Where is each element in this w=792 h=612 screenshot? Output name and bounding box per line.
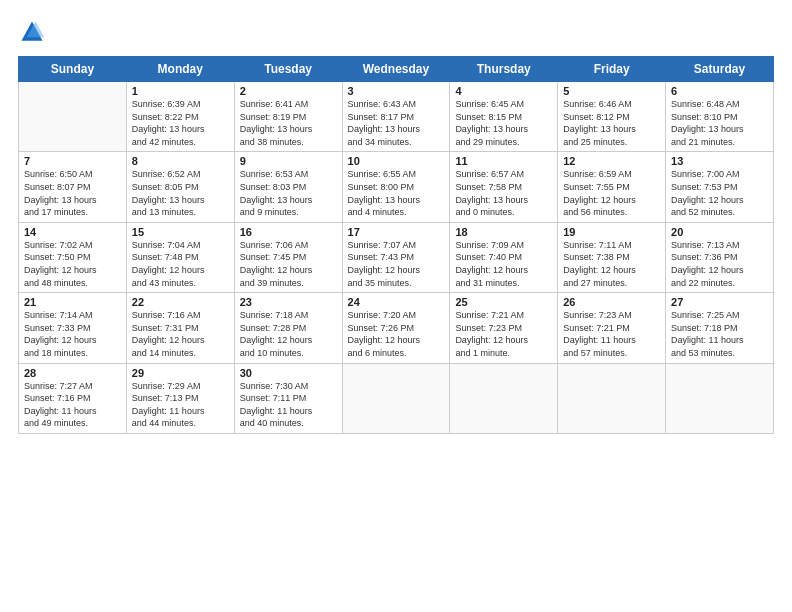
calendar-cell: 28Sunrise: 7:27 AMSunset: 7:16 PMDayligh… bbox=[19, 363, 127, 433]
calendar-cell: 25Sunrise: 7:21 AMSunset: 7:23 PMDayligh… bbox=[450, 293, 558, 363]
day-number: 25 bbox=[455, 296, 552, 308]
day-info: Sunrise: 7:25 AMSunset: 7:18 PMDaylight:… bbox=[671, 309, 768, 359]
calendar-cell bbox=[450, 363, 558, 433]
logo-icon bbox=[18, 18, 46, 46]
calendar-cell: 26Sunrise: 7:23 AMSunset: 7:21 PMDayligh… bbox=[558, 293, 666, 363]
calendar-cell bbox=[558, 363, 666, 433]
day-number: 2 bbox=[240, 85, 337, 97]
day-info: Sunrise: 7:13 AMSunset: 7:36 PMDaylight:… bbox=[671, 239, 768, 289]
calendar-cell bbox=[342, 363, 450, 433]
day-number: 10 bbox=[348, 155, 445, 167]
day-number: 27 bbox=[671, 296, 768, 308]
day-number: 12 bbox=[563, 155, 660, 167]
day-info: Sunrise: 7:30 AMSunset: 7:11 PMDaylight:… bbox=[240, 380, 337, 430]
day-info: Sunrise: 6:52 AMSunset: 8:05 PMDaylight:… bbox=[132, 168, 229, 218]
calendar-day-header: Thursday bbox=[450, 57, 558, 82]
day-info: Sunrise: 6:55 AMSunset: 8:00 PMDaylight:… bbox=[348, 168, 445, 218]
day-info: Sunrise: 7:02 AMSunset: 7:50 PMDaylight:… bbox=[24, 239, 121, 289]
calendar-cell: 7Sunrise: 6:50 AMSunset: 8:07 PMDaylight… bbox=[19, 152, 127, 222]
calendar-week-row: 14Sunrise: 7:02 AMSunset: 7:50 PMDayligh… bbox=[19, 222, 774, 292]
calendar-week-row: 1Sunrise: 6:39 AMSunset: 8:22 PMDaylight… bbox=[19, 82, 774, 152]
calendar-day-header: Sunday bbox=[19, 57, 127, 82]
day-number: 14 bbox=[24, 226, 121, 238]
calendar-cell bbox=[666, 363, 774, 433]
day-number: 26 bbox=[563, 296, 660, 308]
day-info: Sunrise: 6:46 AMSunset: 8:12 PMDaylight:… bbox=[563, 98, 660, 148]
day-info: Sunrise: 7:21 AMSunset: 7:23 PMDaylight:… bbox=[455, 309, 552, 359]
day-info: Sunrise: 6:48 AMSunset: 8:10 PMDaylight:… bbox=[671, 98, 768, 148]
day-number: 24 bbox=[348, 296, 445, 308]
day-number: 6 bbox=[671, 85, 768, 97]
day-number: 29 bbox=[132, 367, 229, 379]
header bbox=[18, 18, 774, 46]
day-info: Sunrise: 7:11 AMSunset: 7:38 PMDaylight:… bbox=[563, 239, 660, 289]
day-number: 5 bbox=[563, 85, 660, 97]
day-number: 16 bbox=[240, 226, 337, 238]
day-number: 13 bbox=[671, 155, 768, 167]
day-info: Sunrise: 7:09 AMSunset: 7:40 PMDaylight:… bbox=[455, 239, 552, 289]
day-info: Sunrise: 7:07 AMSunset: 7:43 PMDaylight:… bbox=[348, 239, 445, 289]
day-number: 28 bbox=[24, 367, 121, 379]
day-info: Sunrise: 7:29 AMSunset: 7:13 PMDaylight:… bbox=[132, 380, 229, 430]
calendar-cell: 19Sunrise: 7:11 AMSunset: 7:38 PMDayligh… bbox=[558, 222, 666, 292]
calendar-day-header: Tuesday bbox=[234, 57, 342, 82]
calendar-cell: 24Sunrise: 7:20 AMSunset: 7:26 PMDayligh… bbox=[342, 293, 450, 363]
day-info: Sunrise: 7:16 AMSunset: 7:31 PMDaylight:… bbox=[132, 309, 229, 359]
calendar-cell bbox=[19, 82, 127, 152]
calendar-cell: 8Sunrise: 6:52 AMSunset: 8:05 PMDaylight… bbox=[126, 152, 234, 222]
day-number: 1 bbox=[132, 85, 229, 97]
day-info: Sunrise: 6:50 AMSunset: 8:07 PMDaylight:… bbox=[24, 168, 121, 218]
day-info: Sunrise: 7:27 AMSunset: 7:16 PMDaylight:… bbox=[24, 380, 121, 430]
calendar-cell: 14Sunrise: 7:02 AMSunset: 7:50 PMDayligh… bbox=[19, 222, 127, 292]
calendar-cell: 4Sunrise: 6:45 AMSunset: 8:15 PMDaylight… bbox=[450, 82, 558, 152]
calendar-cell: 2Sunrise: 6:41 AMSunset: 8:19 PMDaylight… bbox=[234, 82, 342, 152]
day-number: 22 bbox=[132, 296, 229, 308]
day-number: 20 bbox=[671, 226, 768, 238]
day-info: Sunrise: 7:14 AMSunset: 7:33 PMDaylight:… bbox=[24, 309, 121, 359]
calendar-cell: 10Sunrise: 6:55 AMSunset: 8:00 PMDayligh… bbox=[342, 152, 450, 222]
calendar-day-header: Saturday bbox=[666, 57, 774, 82]
day-info: Sunrise: 7:04 AMSunset: 7:48 PMDaylight:… bbox=[132, 239, 229, 289]
day-info: Sunrise: 6:53 AMSunset: 8:03 PMDaylight:… bbox=[240, 168, 337, 218]
day-info: Sunrise: 6:41 AMSunset: 8:19 PMDaylight:… bbox=[240, 98, 337, 148]
day-number: 9 bbox=[240, 155, 337, 167]
calendar-cell: 18Sunrise: 7:09 AMSunset: 7:40 PMDayligh… bbox=[450, 222, 558, 292]
calendar-cell: 6Sunrise: 6:48 AMSunset: 8:10 PMDaylight… bbox=[666, 82, 774, 152]
calendar-cell: 17Sunrise: 7:07 AMSunset: 7:43 PMDayligh… bbox=[342, 222, 450, 292]
calendar-cell: 30Sunrise: 7:30 AMSunset: 7:11 PMDayligh… bbox=[234, 363, 342, 433]
calendar-cell: 13Sunrise: 7:00 AMSunset: 7:53 PMDayligh… bbox=[666, 152, 774, 222]
calendar-day-header: Monday bbox=[126, 57, 234, 82]
day-info: Sunrise: 7:20 AMSunset: 7:26 PMDaylight:… bbox=[348, 309, 445, 359]
day-number: 15 bbox=[132, 226, 229, 238]
calendar-day-header: Friday bbox=[558, 57, 666, 82]
calendar-cell: 15Sunrise: 7:04 AMSunset: 7:48 PMDayligh… bbox=[126, 222, 234, 292]
day-info: Sunrise: 7:00 AMSunset: 7:53 PMDaylight:… bbox=[671, 168, 768, 218]
day-info: Sunrise: 6:39 AMSunset: 8:22 PMDaylight:… bbox=[132, 98, 229, 148]
calendar-week-row: 7Sunrise: 6:50 AMSunset: 8:07 PMDaylight… bbox=[19, 152, 774, 222]
day-number: 11 bbox=[455, 155, 552, 167]
calendar-day-header: Wednesday bbox=[342, 57, 450, 82]
page: SundayMondayTuesdayWednesdayThursdayFrid… bbox=[0, 0, 792, 612]
calendar-cell: 23Sunrise: 7:18 AMSunset: 7:28 PMDayligh… bbox=[234, 293, 342, 363]
day-info: Sunrise: 7:23 AMSunset: 7:21 PMDaylight:… bbox=[563, 309, 660, 359]
calendar-cell: 20Sunrise: 7:13 AMSunset: 7:36 PMDayligh… bbox=[666, 222, 774, 292]
calendar-cell: 21Sunrise: 7:14 AMSunset: 7:33 PMDayligh… bbox=[19, 293, 127, 363]
calendar-cell: 27Sunrise: 7:25 AMSunset: 7:18 PMDayligh… bbox=[666, 293, 774, 363]
calendar-header-row: SundayMondayTuesdayWednesdayThursdayFrid… bbox=[19, 57, 774, 82]
day-info: Sunrise: 6:57 AMSunset: 7:58 PMDaylight:… bbox=[455, 168, 552, 218]
calendar-cell: 22Sunrise: 7:16 AMSunset: 7:31 PMDayligh… bbox=[126, 293, 234, 363]
logo bbox=[18, 18, 50, 46]
calendar-cell: 16Sunrise: 7:06 AMSunset: 7:45 PMDayligh… bbox=[234, 222, 342, 292]
day-number: 21 bbox=[24, 296, 121, 308]
calendar-cell: 9Sunrise: 6:53 AMSunset: 8:03 PMDaylight… bbox=[234, 152, 342, 222]
calendar-cell: 3Sunrise: 6:43 AMSunset: 8:17 PMDaylight… bbox=[342, 82, 450, 152]
calendar-week-row: 21Sunrise: 7:14 AMSunset: 7:33 PMDayligh… bbox=[19, 293, 774, 363]
day-number: 7 bbox=[24, 155, 121, 167]
calendar-cell: 5Sunrise: 6:46 AMSunset: 8:12 PMDaylight… bbox=[558, 82, 666, 152]
day-number: 19 bbox=[563, 226, 660, 238]
calendar-cell: 1Sunrise: 6:39 AMSunset: 8:22 PMDaylight… bbox=[126, 82, 234, 152]
day-number: 30 bbox=[240, 367, 337, 379]
calendar-table: SundayMondayTuesdayWednesdayThursdayFrid… bbox=[18, 56, 774, 434]
day-info: Sunrise: 7:06 AMSunset: 7:45 PMDaylight:… bbox=[240, 239, 337, 289]
day-number: 4 bbox=[455, 85, 552, 97]
